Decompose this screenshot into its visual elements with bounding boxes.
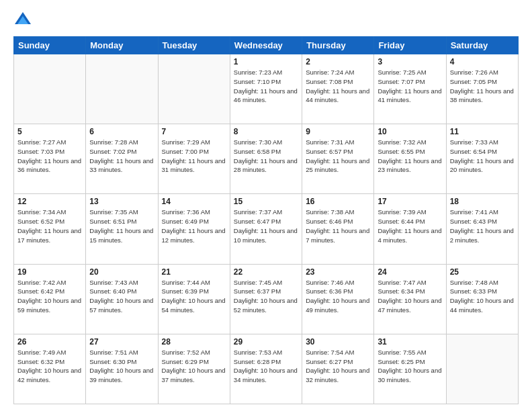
day-info: Sunrise: 7:37 AM Sunset: 6:47 PM Dayligh… — [234, 208, 298, 244]
calendar-cell: 26Sunrise: 7:49 AM Sunset: 6:32 PM Dayli… — [14, 334, 86, 404]
calendar-cell: 27Sunrise: 7:51 AM Sunset: 6:30 PM Dayli… — [86, 334, 158, 404]
day-info: Sunrise: 7:28 AM Sunset: 7:02 PM Dayligh… — [89, 138, 154, 175]
weekday-header: Tuesday — [158, 37, 230, 54]
day-info: Sunrise: 7:41 AM Sunset: 6:43 PM Dayligh… — [450, 208, 515, 244]
weekday-header: Thursday — [302, 37, 374, 54]
weekday-header: Friday — [374, 37, 446, 54]
calendar-cell: 6Sunrise: 7:28 AM Sunset: 7:02 PM Daylig… — [86, 124, 158, 194]
day-number: 15 — [234, 197, 298, 206]
page: SundayMondayTuesdayWednesdayThursdayFrid… — [0, 0, 532, 411]
day-number: 11 — [450, 127, 515, 136]
calendar-cell: 18Sunrise: 7:41 AM Sunset: 6:43 PM Dayli… — [446, 194, 518, 264]
calendar-cell — [158, 54, 230, 124]
calendar-cell: 24Sunrise: 7:47 AM Sunset: 6:34 PM Dayli… — [374, 264, 446, 334]
day-number: 21 — [162, 267, 226, 277]
day-number: 23 — [306, 267, 370, 277]
day-number: 27 — [89, 337, 154, 347]
calendar-cell — [446, 334, 518, 404]
calendar-cell: 13Sunrise: 7:35 AM Sunset: 6:51 PM Dayli… — [86, 194, 158, 264]
day-info: Sunrise: 7:30 AM Sunset: 6:58 PM Dayligh… — [234, 138, 298, 175]
calendar-week-row: 26Sunrise: 7:49 AM Sunset: 6:32 PM Dayli… — [14, 334, 519, 404]
day-info: Sunrise: 7:29 AM Sunset: 7:00 PM Dayligh… — [162, 138, 226, 175]
day-info: Sunrise: 7:27 AM Sunset: 7:03 PM Dayligh… — [17, 138, 82, 175]
day-info: Sunrise: 7:42 AM Sunset: 6:42 PM Dayligh… — [17, 278, 82, 315]
calendar-cell: 3Sunrise: 7:25 AM Sunset: 7:07 PM Daylig… — [374, 54, 446, 124]
day-number: 6 — [89, 127, 154, 136]
calendar-cell: 10Sunrise: 7:32 AM Sunset: 6:55 PM Dayli… — [374, 124, 446, 194]
day-number: 8 — [234, 127, 298, 136]
day-info: Sunrise: 7:47 AM Sunset: 6:34 PM Dayligh… — [378, 278, 442, 315]
calendar-week-row: 1Sunrise: 7:23 AM Sunset: 7:10 PM Daylig… — [14, 54, 519, 124]
day-info: Sunrise: 7:34 AM Sunset: 6:52 PM Dayligh… — [17, 208, 82, 244]
day-info: Sunrise: 7:52 AM Sunset: 6:29 PM Dayligh… — [162, 348, 226, 385]
day-info: Sunrise: 7:43 AM Sunset: 6:40 PM Dayligh… — [89, 278, 154, 315]
weekday-header: Sunday — [14, 37, 86, 54]
calendar-week-row: 19Sunrise: 7:42 AM Sunset: 6:42 PM Dayli… — [14, 264, 519, 334]
day-number: 24 — [378, 267, 442, 277]
day-number: 1 — [234, 57, 298, 66]
calendar-cell: 17Sunrise: 7:39 AM Sunset: 6:44 PM Dayli… — [374, 194, 446, 264]
calendar-cell: 11Sunrise: 7:33 AM Sunset: 6:54 PM Dayli… — [446, 124, 518, 194]
day-info: Sunrise: 7:24 AM Sunset: 7:08 PM Dayligh… — [306, 68, 370, 105]
day-number: 14 — [162, 197, 226, 206]
day-number: 17 — [378, 197, 442, 206]
day-number: 7 — [162, 127, 226, 136]
day-number: 10 — [378, 127, 442, 136]
day-number: 3 — [378, 57, 442, 66]
day-number: 9 — [306, 127, 370, 136]
day-info: Sunrise: 7:55 AM Sunset: 6:25 PM Dayligh… — [378, 348, 442, 385]
calendar-cell: 7Sunrise: 7:29 AM Sunset: 7:00 PM Daylig… — [158, 124, 230, 194]
header — [13, 11, 519, 30]
day-number: 4 — [450, 57, 515, 66]
day-info: Sunrise: 7:31 AM Sunset: 6:57 PM Dayligh… — [306, 138, 370, 175]
day-number: 22 — [234, 267, 298, 277]
weekday-header: Wednesday — [230, 37, 302, 54]
day-number: 12 — [17, 197, 82, 206]
calendar-cell: 14Sunrise: 7:36 AM Sunset: 6:49 PM Dayli… — [158, 194, 230, 264]
day-info: Sunrise: 7:44 AM Sunset: 6:39 PM Dayligh… — [162, 278, 226, 315]
day-number: 16 — [306, 197, 370, 206]
calendar-cell: 21Sunrise: 7:44 AM Sunset: 6:39 PM Dayli… — [158, 264, 230, 334]
day-info: Sunrise: 7:38 AM Sunset: 6:46 PM Dayligh… — [306, 208, 370, 244]
day-info: Sunrise: 7:53 AM Sunset: 6:28 PM Dayligh… — [234, 348, 298, 385]
logo — [13, 11, 35, 30]
day-info: Sunrise: 7:36 AM Sunset: 6:49 PM Dayligh… — [162, 208, 226, 244]
calendar-cell: 15Sunrise: 7:37 AM Sunset: 6:47 PM Dayli… — [230, 194, 302, 264]
calendar-cell: 12Sunrise: 7:34 AM Sunset: 6:52 PM Dayli… — [14, 194, 86, 264]
calendar-cell: 31Sunrise: 7:55 AM Sunset: 6:25 PM Dayli… — [374, 334, 446, 404]
day-number: 19 — [17, 267, 82, 277]
day-info: Sunrise: 7:54 AM Sunset: 6:27 PM Dayligh… — [306, 348, 370, 385]
calendar-cell: 23Sunrise: 7:46 AM Sunset: 6:36 PM Dayli… — [302, 264, 374, 334]
day-info: Sunrise: 7:25 AM Sunset: 7:07 PM Dayligh… — [378, 68, 442, 105]
day-number: 2 — [306, 57, 370, 66]
day-number: 18 — [450, 197, 515, 206]
calendar-cell: 16Sunrise: 7:38 AM Sunset: 6:46 PM Dayli… — [302, 194, 374, 264]
weekday-header-row: SundayMondayTuesdayWednesdayThursdayFrid… — [14, 37, 519, 54]
day-info: Sunrise: 7:32 AM Sunset: 6:55 PM Dayligh… — [378, 138, 442, 175]
calendar-cell: 22Sunrise: 7:45 AM Sunset: 6:37 PM Dayli… — [230, 264, 302, 334]
calendar-week-row: 12Sunrise: 7:34 AM Sunset: 6:52 PM Dayli… — [14, 194, 519, 264]
day-info: Sunrise: 7:45 AM Sunset: 6:37 PM Dayligh… — [234, 278, 298, 315]
day-info: Sunrise: 7:33 AM Sunset: 6:54 PM Dayligh… — [450, 138, 515, 175]
calendar-week-row: 5Sunrise: 7:27 AM Sunset: 7:03 PM Daylig… — [14, 124, 519, 194]
calendar-cell: 4Sunrise: 7:26 AM Sunset: 7:05 PM Daylig… — [446, 54, 518, 124]
weekday-header: Saturday — [446, 37, 518, 54]
calendar-cell: 30Sunrise: 7:54 AM Sunset: 6:27 PM Dayli… — [302, 334, 374, 404]
day-number: 20 — [89, 267, 154, 277]
calendar-cell: 19Sunrise: 7:42 AM Sunset: 6:42 PM Dayli… — [14, 264, 86, 334]
day-info: Sunrise: 7:51 AM Sunset: 6:30 PM Dayligh… — [89, 348, 154, 385]
calendar-cell: 2Sunrise: 7:24 AM Sunset: 7:08 PM Daylig… — [302, 54, 374, 124]
day-info: Sunrise: 7:49 AM Sunset: 6:32 PM Dayligh… — [17, 348, 82, 385]
calendar-cell: 28Sunrise: 7:52 AM Sunset: 6:29 PM Dayli… — [158, 334, 230, 404]
calendar-cell: 29Sunrise: 7:53 AM Sunset: 6:28 PM Dayli… — [230, 334, 302, 404]
day-info: Sunrise: 7:39 AM Sunset: 6:44 PM Dayligh… — [378, 208, 442, 244]
calendar-cell — [14, 54, 86, 124]
day-info: Sunrise: 7:48 AM Sunset: 6:33 PM Dayligh… — [450, 278, 515, 315]
day-number: 29 — [234, 337, 298, 347]
day-info: Sunrise: 7:23 AM Sunset: 7:10 PM Dayligh… — [234, 68, 298, 105]
calendar-cell: 1Sunrise: 7:23 AM Sunset: 7:10 PM Daylig… — [230, 54, 302, 124]
calendar-cell: 20Sunrise: 7:43 AM Sunset: 6:40 PM Dayli… — [86, 264, 158, 334]
calendar-cell: 25Sunrise: 7:48 AM Sunset: 6:33 PM Dayli… — [446, 264, 518, 334]
calendar-cell: 5Sunrise: 7:27 AM Sunset: 7:03 PM Daylig… — [14, 124, 86, 194]
day-info: Sunrise: 7:35 AM Sunset: 6:51 PM Dayligh… — [89, 208, 154, 244]
